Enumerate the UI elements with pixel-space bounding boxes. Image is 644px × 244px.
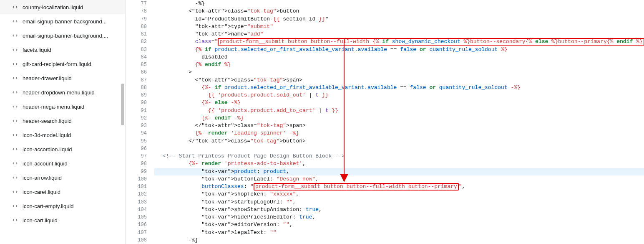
line-number: 87 [126, 76, 147, 84]
line-number: 102 [126, 191, 147, 198]
code-line-106[interactable]: "tok-var">editorVersion: "", [154, 221, 644, 229]
code-file-icon [12, 217, 18, 224]
file-item-header-drawer-liquid[interactable]: header-drawer.liquid [0, 71, 125, 85]
code-line-93[interactable]: </"tok-attr">class="tok-tag">span> [154, 122, 644, 130]
line-number-gutter: 7778798081828384858687888990919293949596… [125, 0, 154, 244]
line-number: 91 [126, 107, 147, 114]
line-number: 90 [126, 99, 147, 107]
code-line-87[interactable]: <"tok-attr">class="tok-tag">span> [154, 76, 644, 84]
file-item-icon-caret-liquid[interactable]: icon-caret.liquid [0, 185, 125, 199]
line-number: 78 [126, 8, 147, 15]
line-number: 107 [126, 229, 147, 236]
code-editor[interactable]: 7778798081828384858687888990919293949596… [125, 0, 644, 244]
file-item-gift-card-recipient-form-liquid[interactable]: gift-card-recipient-form.liquid [0, 57, 125, 71]
file-item-header-search-liquid[interactable]: header-search.liquid [0, 114, 125, 128]
code-line-92[interactable]: {%- endif -%} [154, 114, 644, 122]
code-line-90[interactable]: {%- else -%} [154, 99, 644, 107]
file-item-facets-liquid[interactable]: facets.liquid [0, 43, 125, 57]
line-number: 104 [126, 206, 147, 214]
file-name-label: icon-cart-empty.liquid [23, 203, 74, 209]
line-number: 79 [126, 15, 147, 23]
line-number: 92 [126, 114, 147, 122]
code-file-icon [12, 146, 18, 152]
code-file-icon [12, 89, 18, 96]
code-line-97[interactable]: <!-- Start Printess Product Page Design … [154, 152, 644, 160]
file-name-label: icon-cart.liquid [23, 217, 58, 224]
line-number: 80 [126, 23, 147, 30]
line-number: 82 [126, 38, 147, 46]
code-line-104[interactable]: "tok-var">showStartupAnimation: true, [154, 206, 644, 214]
code-line-83[interactable]: {% if product.selected_or_first_availabl… [154, 46, 644, 53]
code-file-icon [12, 32, 18, 39]
code-line-95[interactable]: </"tok-attr">class="tok-tag">button> [154, 137, 644, 145]
code-line-102[interactable]: "tok-var">shopToken: "xxxxxx", [154, 191, 644, 198]
line-number: 93 [126, 122, 147, 130]
file-item-email-signup-banner-background----[interactable]: email-signup-banner-background.... [0, 28, 125, 43]
code-line-94[interactable]: {%- render 'loading-spinner' -%} [154, 130, 644, 137]
code-line-101[interactable]: buttonClasses: "product-form__submit but… [154, 183, 644, 191]
line-number: 99 [126, 168, 147, 175]
code-line-89[interactable]: {{ 'products.product.sold_out' | t }} [154, 92, 644, 99]
file-item-icon-3d-model-liquid[interactable]: icon-3d-model.liquid [0, 128, 125, 142]
code-file-icon [12, 103, 18, 110]
code-line-88[interactable]: {%- if product.selected_or_first_availab… [154, 84, 644, 92]
file-name-label: icon-3d-model.liquid [23, 132, 71, 138]
code-content[interactable]: -%} <"tok-attr">class="tok-tag">button i… [154, 0, 644, 244]
code-file-icon [12, 46, 18, 53]
code-line-91[interactable]: {{ 'products.product.add_to_cart' | t }} [154, 107, 644, 114]
code-line-85[interactable]: {% endif %} [154, 61, 644, 69]
line-number: 108 [126, 236, 147, 244]
code-line-105[interactable]: "tok-var">hidePricesInEditor: true, [154, 214, 644, 221]
code-line-98[interactable]: {%- render 'printess-add-to-basket', [154, 160, 644, 168]
file-name-label: icon-caret.liquid [23, 189, 60, 195]
code-file-icon [12, 117, 18, 124]
code-line-99[interactable]: "tok-var">product: product, [154, 168, 644, 175]
code-line-107[interactable]: "tok-var">legalText: "" [154, 229, 644, 236]
code-file-icon [12, 75, 18, 81]
file-item-icon-cart-liquid[interactable]: icon-cart.liquid [0, 213, 125, 227]
file-name-label: email-signup-banner-background.... [23, 33, 108, 39]
line-number: 98 [126, 160, 147, 168]
code-line-79[interactable]: id="ProductSubmitButton-{{ section_id }}… [154, 15, 644, 23]
file-sidebar[interactable]: country-localization.liquidemail-signup-… [0, 0, 125, 244]
code-line-86[interactable]: > [154, 69, 644, 76]
code-line-103[interactable]: "tok-var">startupLogoUrl: "", [154, 198, 644, 206]
code-line-100[interactable]: "tok-var">buttonLabel: "Design now", [154, 175, 644, 183]
file-item-country-localization-liquid[interactable]: country-localization.liquid [0, 0, 125, 14]
code-line-82[interactable]: class="product-form__submit button butto… [154, 38, 644, 46]
file-item-email-signup-banner-background---[interactable]: email-signup-banner-background... [0, 14, 125, 28]
file-item-icon-account-liquid[interactable]: icon-account.liquid [0, 156, 125, 170]
code-file-icon [12, 174, 18, 181]
file-name-label: header-mega-menu.liquid [23, 104, 84, 110]
file-name-label: icon-arrow.liquid [23, 175, 62, 181]
line-number: 101 [126, 183, 147, 191]
line-number: 86 [126, 69, 147, 76]
file-name-label: gift-card-recipient-form.liquid [23, 61, 91, 67]
line-number: 89 [126, 92, 147, 99]
file-name-label: email-signup-banner-background... [23, 18, 107, 25]
file-name-label: icon-accordion.liquid [23, 146, 72, 152]
file-item-icon-accordion-liquid[interactable]: icon-accordion.liquid [0, 142, 125, 156]
code-line-78[interactable]: <"tok-attr">class="tok-tag">button [154, 8, 644, 15]
file-name-label: header-search.liquid [23, 118, 72, 124]
file-item-header-mega-menu-liquid[interactable]: header-mega-menu.liquid [0, 99, 125, 114]
file-item-header-dropdown-menu-liquid[interactable]: header-dropdown-menu.liquid [0, 85, 125, 99]
code-line-108[interactable]: -%} [154, 236, 644, 244]
file-name-label: header-dropdown-menu.liquid [23, 89, 95, 96]
scrollbar-thumb[interactable] [121, 84, 124, 125]
code-line-81[interactable]: "tok-attr">name="add" [154, 30, 644, 38]
code-line-84[interactable]: disabled [154, 53, 644, 61]
file-item-icon-arrow-liquid[interactable]: icon-arrow.liquid [0, 170, 125, 185]
line-number: 95 [126, 137, 147, 145]
code-file-icon [12, 18, 18, 25]
line-number: 100 [126, 175, 147, 183]
code-line-77[interactable]: -%} [154, 0, 644, 8]
code-file-icon [12, 61, 18, 67]
file-item-icon-cart-empty-liquid[interactable]: icon-cart-empty.liquid [0, 199, 125, 213]
code-line-80[interactable]: "tok-attr">type="submit" [154, 23, 644, 30]
line-number: 85 [126, 61, 147, 69]
code-line-96[interactable] [154, 145, 644, 152]
code-file-icon [12, 132, 18, 138]
code-file-icon [12, 188, 18, 195]
code-file-icon [12, 4, 18, 10]
